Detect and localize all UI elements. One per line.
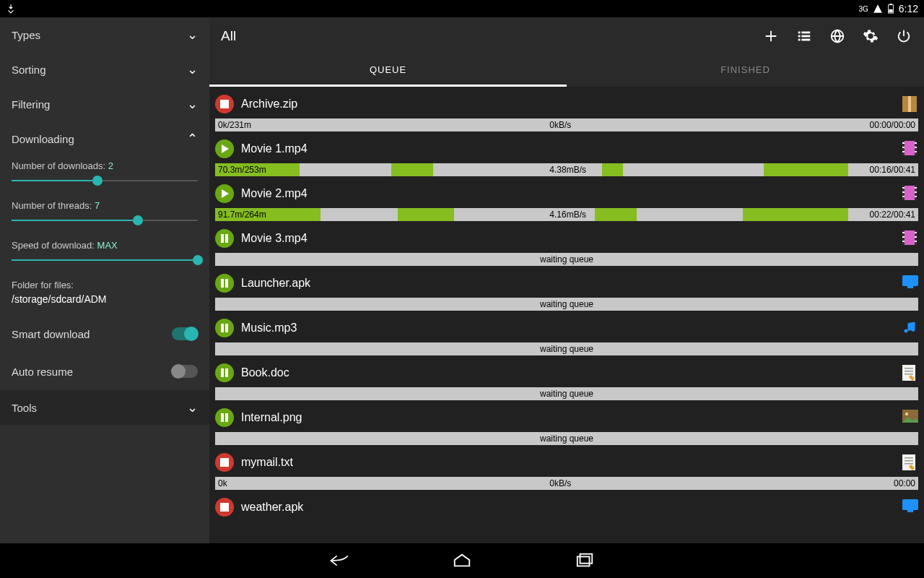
svg-rect-61 [905, 460, 913, 462]
play-button[interactable] [215, 184, 234, 203]
sidebar-tools-label: Tools [12, 402, 37, 414]
progress-speed: 0kB/s [227, 478, 894, 488]
content: All QUEUE FINISHED Archive.zip 0k/231m0k… [209, 17, 924, 543]
svg-rect-29 [915, 191, 917, 193]
add-button[interactable] [762, 27, 780, 45]
download-name: Book.doc [241, 366, 902, 379]
stop-button[interactable] [215, 498, 234, 517]
power-button[interactable] [895, 27, 912, 45]
download-item[interactable]: Archive.zip 0k/231m0kB/s00:00/00:00 [215, 90, 918, 131]
progress-time: 00:16/00:41 [870, 165, 918, 175]
svg-rect-42 [221, 279, 224, 288]
download-name: Movie 3.mp4 [241, 232, 902, 245]
svg-rect-7 [801, 35, 810, 38]
chevron-down-icon: ⌄ [187, 96, 198, 112]
doc-icon [902, 365, 918, 381]
pause-button[interactable] [215, 363, 234, 382]
progress-bar: 0k/231m0kB/s00:00/00:00 [215, 118, 918, 131]
download-item[interactable]: Internal.png waiting queue [215, 403, 918, 445]
progress-size: 91.7m/264m [215, 210, 266, 220]
num-downloads-label: Number of downloads: 2 [0, 156, 209, 173]
stop-button[interactable] [215, 95, 234, 113]
auto-resume-label: Auto resume [12, 366, 73, 378]
video-icon [902, 230, 918, 246]
download-item[interactable]: Music.mp3 waiting queue [215, 314, 918, 355]
progress-bar: waiting queue [215, 298, 918, 311]
pause-button[interactable] [215, 408, 234, 427]
sidebar-tools[interactable]: Tools ⌄ [0, 390, 209, 425]
folder-setting[interactable]: Folder for files: /storage/sdcard/ADM [0, 275, 209, 315]
svg-rect-48 [221, 368, 224, 377]
sidebar-filtering[interactable]: Filtering ⌄ [0, 87, 209, 121]
svg-rect-65 [907, 510, 913, 512]
svg-rect-2 [889, 9, 892, 12]
svg-rect-18 [902, 151, 905, 152]
pause-button[interactable] [215, 229, 234, 248]
globe-button[interactable] [829, 27, 846, 45]
sidebar-sorting[interactable]: Sorting ⌄ [0, 52, 209, 87]
num-threads-label: Number of threads: 7 [0, 196, 209, 212]
download-item[interactable]: Movie 1.mp4 70.3m/253m4.38mB/s00:16/00:4… [215, 134, 918, 176]
download-item[interactable]: mymail.txt 0k0kB/s00:00 [215, 448, 918, 490]
svg-rect-12 [908, 96, 911, 112]
apk-icon [902, 275, 918, 291]
download-item[interactable]: Movie 3.mp4 waiting queue [215, 224, 918, 266]
svg-rect-37 [902, 236, 905, 238]
recent-button[interactable] [574, 550, 596, 571]
chevron-down-icon: ⌄ [187, 400, 198, 415]
speed-slider[interactable] [12, 252, 198, 269]
pause-button[interactable] [215, 274, 234, 293]
download-name: Music.mp3 [241, 322, 902, 335]
sidebar-types[interactable]: Types ⌄ [0, 17, 209, 52]
progress-bar: 0k0kB/s00:00 [215, 477, 918, 490]
chevron-up-icon: ⌃ [187, 131, 198, 147]
home-button[interactable] [451, 550, 473, 571]
stop-button[interactable] [215, 453, 234, 472]
smart-download-toggle[interactable] [172, 327, 198, 340]
svg-rect-4 [798, 35, 801, 38]
tab-finished[interactable]: FINISHED [567, 55, 924, 87]
back-button[interactable] [328, 550, 350, 571]
folder-label: Folder for files: [12, 280, 198, 290]
download-item[interactable]: Launcher.apk waiting queue [215, 269, 918, 311]
download-name: Internal.png [241, 411, 902, 424]
download-item[interactable]: Movie 2.mp4 91.7m/264m4.16mB/s00:22/00:4… [215, 179, 918, 221]
download-item[interactable]: weather.apk [215, 493, 918, 522]
num-threads-slider[interactable] [12, 212, 198, 230]
play-button[interactable] [215, 139, 234, 158]
download-icon [6, 4, 16, 14]
auto-resume-toggle[interactable] [172, 365, 198, 378]
tab-queue[interactable]: QUEUE [209, 55, 567, 87]
progress-speed: 4.38mB/s [266, 165, 870, 175]
svg-rect-55 [225, 413, 228, 422]
svg-rect-1 [889, 4, 892, 5]
progress-size: 70.3m/253m [215, 165, 266, 175]
svg-rect-16 [902, 142, 905, 144]
svg-rect-20 [915, 147, 917, 148]
download-list[interactable]: Archive.zip 0k/231m0kB/s00:00/00:00 Movi… [209, 87, 924, 543]
status-bar: 3G 6:12 [0, 0, 924, 17]
progress-size: 0k/231m [215, 120, 251, 130]
list-button[interactable] [796, 27, 813, 45]
svg-rect-39 [915, 232, 917, 233]
svg-rect-10 [220, 100, 229, 108]
signal-icon [873, 4, 883, 14]
sidebar-types-label: Types [12, 29, 40, 41]
svg-rect-51 [905, 368, 913, 369]
progress-bar: 91.7m/264m4.16mB/s00:22/00:41 [215, 208, 918, 221]
svg-rect-62 [905, 463, 913, 465]
progress-bar: 70.3m/253m4.38mB/s00:16/00:41 [215, 163, 918, 176]
download-item[interactable]: Book.doc waiting queue [215, 358, 918, 400]
svg-rect-6 [801, 32, 810, 34]
sidebar-downloading[interactable]: Downloading ⌃ [0, 121, 209, 156]
progress-bar: waiting queue [215, 387, 918, 400]
num-downloads-slider[interactable] [12, 173, 198, 190]
download-name: Movie 2.mp4 [241, 187, 902, 200]
waiting-text: waiting queue [218, 254, 915, 264]
pause-button[interactable] [215, 319, 234, 337]
smart-download-row: Smart download [0, 315, 209, 353]
sidebar-filtering-label: Filtering [12, 98, 50, 111]
svg-rect-17 [902, 147, 905, 148]
svg-rect-30 [915, 196, 917, 197]
settings-button[interactable] [862, 27, 879, 45]
